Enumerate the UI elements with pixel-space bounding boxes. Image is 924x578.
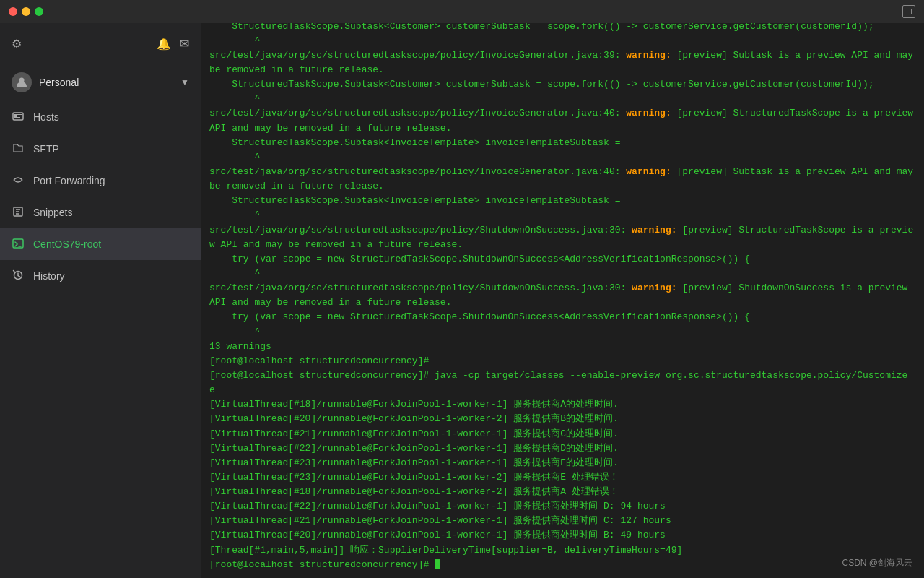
terminal-line: StructuredTaskScope.Subtask<InvoiceTempl…	[209, 194, 915, 208]
terminal-line: ^	[209, 325, 915, 340]
terminal-line: try (var scope = new StructuredTaskScope…	[209, 252, 915, 267]
sidebar-item-history-label: History	[33, 270, 65, 282]
sidebar: ⚙ 🔔 ✉ Personal ▼	[0, 23, 201, 578]
sidebar-item-snippets-label: Snippets	[33, 207, 72, 218]
history-icon	[12, 269, 25, 283]
sidebar-item-history[interactable]: History	[0, 260, 201, 292]
terminal-line: [VirtualThread[#21]/runnable@ForkJoinPoo…	[209, 514, 915, 528]
svg-rect-3	[14, 116, 17, 118]
chevron-down-icon: ▼	[180, 77, 189, 87]
close-button[interactable]	[9, 7, 17, 16]
maximize-button[interactable]	[35, 7, 43, 16]
svg-rect-5	[17, 116, 22, 116]
terminal-line: ^	[209, 150, 915, 165]
terminal-line: [VirtualThread[#18]/runnable@ForkJoinPoo…	[209, 485, 915, 499]
titlebar	[0, 0, 924, 23]
terminal-line: [VirtualThread[#20]/runnable@ForkJoinPoo…	[209, 412, 915, 426]
window-layout-icon	[902, 5, 915, 18]
snippets-icon	[12, 206, 25, 220]
terminal-line: [root@localhost structuredconcurrency]# …	[209, 558, 915, 572]
svg-rect-6	[17, 117, 20, 118]
terminal-line: ^	[209, 92, 915, 106]
terminal-line: ^	[209, 34, 915, 48]
terminal-line: [Thread[#1,main,5,main]] 响应：SupplierDeli…	[209, 543, 915, 558]
sidebar-nav: Hosts SFTP Port Forwa	[0, 101, 201, 578]
minimize-button[interactable]	[22, 7, 30, 16]
terminal-line: 13 warnings	[209, 340, 915, 354]
svg-rect-4	[17, 114, 22, 115]
terminal-line: StructuredTaskScope.Subtask<Customer> cu…	[209, 77, 915, 92]
terminal-line: [root@localhost structuredconcurrency]#	[209, 354, 915, 368]
sidebar-item-snippets[interactable]: Snippets	[0, 197, 201, 228]
sidebar-header-icons: 🔔 ✉	[157, 37, 189, 51]
terminal-line: src/test/java/org/sc/structuredtaskscope…	[209, 281, 915, 310]
terminal-icon	[12, 238, 25, 251]
terminal-line: try (var scope = new StructuredTaskScope…	[209, 310, 915, 324]
avatar	[12, 72, 32, 92]
svg-rect-2	[14, 114, 17, 116]
terminal-line: [VirtualThread[#23]/runnable@ForkJoinPoo…	[209, 456, 915, 470]
terminal-line: src/test/java/org/sc/structuredtaskscope…	[209, 106, 915, 135]
terminal-line: ^	[209, 267, 915, 281]
terminal-line: [VirtualThread[#22]/runnable@ForkJoinPoo…	[209, 499, 915, 514]
terminal-line: [root@localhost structuredconcurrency]# …	[209, 368, 915, 383]
settings-icon[interactable]: ⚙	[12, 37, 22, 51]
sidebar-item-centos79-root-label: CentOS79-root	[33, 238, 101, 250]
terminal-line: ^	[209, 208, 915, 223]
terminal-line: [VirtualThread[#23]/runnable@ForkJoinPoo…	[209, 470, 915, 485]
terminal-line: src/test/java/org/sc/structuredtaskscope…	[209, 165, 915, 194]
sidebar-item-hosts[interactable]: Hosts	[0, 101, 201, 133]
hosts-icon	[12, 111, 25, 124]
terminal-line: [VirtualThread[#20]/runnable@ForkJoinPoo…	[209, 528, 915, 543]
terminal-line: [VirtualThread[#21]/runnable@ForkJoinPoo…	[209, 427, 915, 441]
terminal-line: StructuredTaskScope.Subtask<InvoiceTempl…	[209, 136, 915, 150]
window-controls	[9, 7, 43, 16]
terminal-line: src/test/java/org/sc/structuredtaskscope…	[209, 48, 915, 77]
sidebar-item-sftp-label: SFTP	[33, 143, 59, 155]
terminal-line: src/test/java/org/sc/structuredtaskscope…	[209, 223, 915, 252]
user-name: Personal	[39, 77, 180, 88]
sftp-icon	[12, 142, 25, 156]
port-forwarding-icon	[12, 174, 25, 188]
terminal-line: [VirtualThread[#18]/runnable@ForkJoinPoo…	[209, 397, 915, 412]
user-row[interactable]: Personal ▼	[0, 64, 201, 101]
sidebar-item-sftp[interactable]: SFTP	[0, 133, 201, 165]
sidebar-item-centos79-root[interactable]: CentOS79-root	[0, 228, 201, 260]
svg-rect-8	[13, 239, 23, 248]
main-layout: ⚙ 🔔 ✉ Personal ▼	[0, 23, 924, 578]
mail-icon[interactable]: ✉	[180, 37, 189, 51]
terminal-line: e	[209, 383, 915, 397]
watermark: CSDN @剑海风云	[842, 557, 912, 569]
terminal-line: StructuredTaskScope.Subtask<Customer> cu…	[209, 23, 915, 34]
terminal-output[interactable]: StructuredTaskScope.Subtask<Order> order…	[201, 23, 924, 578]
terminal-wrapper: StructuredTaskScope.Subtask<Order> order…	[201, 23, 924, 578]
bell-icon[interactable]: 🔔	[157, 37, 171, 51]
sidebar-item-port-forwarding-label: Port Forwarding	[33, 175, 105, 186]
sidebar-item-hosts-label: Hosts	[33, 111, 59, 123]
sidebar-header: ⚙ 🔔 ✉	[0, 23, 201, 64]
sidebar-item-port-forwarding[interactable]: Port Forwarding	[0, 165, 201, 197]
terminal-line: [VirtualThread[#22]/runnable@ForkJoinPoo…	[209, 441, 915, 456]
